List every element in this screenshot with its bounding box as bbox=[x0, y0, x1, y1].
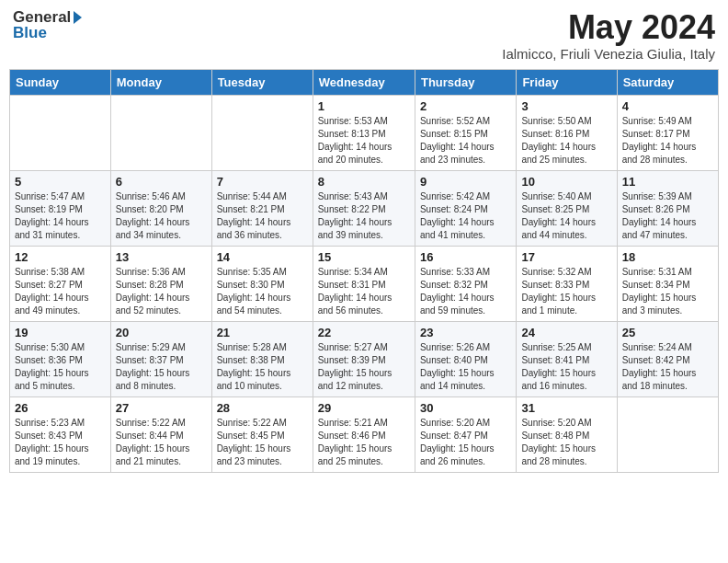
day-info: Sunrise: 5:49 AM Sunset: 8:17 PM Dayligh… bbox=[622, 115, 713, 167]
day-number: 26 bbox=[15, 401, 106, 415]
day-number: 19 bbox=[15, 326, 106, 339]
day-number: 6 bbox=[116, 175, 207, 189]
calendar-cell: 17Sunrise: 5:32 AM Sunset: 8:33 PM Dayli… bbox=[517, 246, 617, 321]
calendar-cell: 20Sunrise: 5:29 AM Sunset: 8:37 PM Dayli… bbox=[110, 321, 211, 396]
calendar-cell bbox=[110, 95, 211, 170]
day-number: 16 bbox=[420, 250, 511, 264]
calendar-cell: 5Sunrise: 5:47 AM Sunset: 8:19 PM Daylig… bbox=[10, 170, 111, 246]
day-info: Sunrise: 5:22 AM Sunset: 8:44 PM Dayligh… bbox=[116, 417, 207, 468]
day-info: Sunrise: 5:27 AM Sunset: 8:39 PM Dayligh… bbox=[318, 341, 410, 393]
day-number: 17 bbox=[521, 250, 611, 264]
calendar-cell: 28Sunrise: 5:22 AM Sunset: 8:45 PM Dayli… bbox=[211, 396, 313, 472]
day-number: 20 bbox=[116, 326, 207, 339]
day-info: Sunrise: 5:32 AM Sunset: 8:33 PM Dayligh… bbox=[521, 266, 611, 317]
calendar-week-1: 1Sunrise: 5:53 AM Sunset: 8:13 PM Daylig… bbox=[10, 95, 719, 170]
day-number: 31 bbox=[521, 401, 611, 415]
day-info: Sunrise: 5:46 AM Sunset: 8:20 PM Dayligh… bbox=[116, 190, 207, 242]
day-number: 4 bbox=[622, 99, 713, 113]
day-number: 9 bbox=[420, 175, 511, 189]
day-number: 15 bbox=[318, 250, 410, 264]
logo-general: General bbox=[13, 9, 71, 25]
calendar-cell: 11Sunrise: 5:39 AM Sunset: 8:26 PM Dayli… bbox=[617, 170, 718, 246]
calendar-cell: 25Sunrise: 5:24 AM Sunset: 8:42 PM Dayli… bbox=[617, 321, 718, 396]
day-info: Sunrise: 5:44 AM Sunset: 8:21 PM Dayligh… bbox=[217, 190, 308, 242]
day-number: 22 bbox=[318, 326, 410, 339]
calendar-cell: 22Sunrise: 5:27 AM Sunset: 8:39 PM Dayli… bbox=[313, 321, 415, 396]
calendar-cell: 3Sunrise: 5:50 AM Sunset: 8:16 PM Daylig… bbox=[517, 95, 617, 170]
day-info: Sunrise: 5:38 AM Sunset: 8:27 PM Dayligh… bbox=[15, 266, 106, 317]
day-number: 18 bbox=[622, 250, 713, 264]
day-info: Sunrise: 5:52 AM Sunset: 8:15 PM Dayligh… bbox=[420, 115, 511, 167]
day-number: 10 bbox=[521, 175, 611, 189]
col-header-wednesday: Wednesday bbox=[313, 69, 415, 95]
day-number: 28 bbox=[217, 401, 308, 415]
calendar-cell: 16Sunrise: 5:33 AM Sunset: 8:32 PM Dayli… bbox=[415, 246, 516, 321]
col-header-saturday: Saturday bbox=[617, 69, 718, 95]
day-info: Sunrise: 5:42 AM Sunset: 8:24 PM Dayligh… bbox=[420, 190, 511, 242]
calendar-cell: 7Sunrise: 5:44 AM Sunset: 8:21 PM Daylig… bbox=[211, 170, 313, 246]
day-number: 25 bbox=[622, 326, 713, 339]
logo-blue: Blue bbox=[13, 25, 82, 40]
logo-icon bbox=[74, 11, 82, 24]
calendar-cell: 6Sunrise: 5:46 AM Sunset: 8:20 PM Daylig… bbox=[110, 170, 211, 246]
calendar-cell: 14Sunrise: 5:35 AM Sunset: 8:30 PM Dayli… bbox=[211, 246, 313, 321]
day-info: Sunrise: 5:31 AM Sunset: 8:34 PM Dayligh… bbox=[622, 266, 713, 317]
calendar-week-2: 5Sunrise: 5:47 AM Sunset: 8:19 PM Daylig… bbox=[10, 170, 719, 246]
calendar-cell: 9Sunrise: 5:42 AM Sunset: 8:24 PM Daylig… bbox=[415, 170, 516, 246]
day-number: 3 bbox=[521, 99, 611, 113]
day-number: 14 bbox=[217, 250, 308, 264]
calendar-cell: 21Sunrise: 5:28 AM Sunset: 8:38 PM Dayli… bbox=[211, 321, 313, 396]
day-info: Sunrise: 5:26 AM Sunset: 8:40 PM Dayligh… bbox=[420, 341, 511, 393]
day-info: Sunrise: 5:53 AM Sunset: 8:13 PM Dayligh… bbox=[318, 115, 410, 167]
calendar-cell: 8Sunrise: 5:43 AM Sunset: 8:22 PM Daylig… bbox=[313, 170, 415, 246]
day-info: Sunrise: 5:35 AM Sunset: 8:30 PM Dayligh… bbox=[217, 266, 308, 317]
calendar-cell: 13Sunrise: 5:36 AM Sunset: 8:28 PM Dayli… bbox=[110, 246, 211, 321]
col-header-tuesday: Tuesday bbox=[211, 69, 313, 95]
day-info: Sunrise: 5:29 AM Sunset: 8:37 PM Dayligh… bbox=[116, 341, 207, 393]
calendar-cell: 10Sunrise: 5:40 AM Sunset: 8:25 PM Dayli… bbox=[517, 170, 617, 246]
calendar-cell: 12Sunrise: 5:38 AM Sunset: 8:27 PM Dayli… bbox=[10, 246, 111, 321]
day-info: Sunrise: 5:40 AM Sunset: 8:25 PM Dayligh… bbox=[521, 190, 611, 242]
calendar-cell: 23Sunrise: 5:26 AM Sunset: 8:40 PM Dayli… bbox=[415, 321, 516, 396]
day-number: 30 bbox=[420, 401, 511, 415]
day-info: Sunrise: 5:20 AM Sunset: 8:48 PM Dayligh… bbox=[521, 417, 611, 468]
calendar-cell: 31Sunrise: 5:20 AM Sunset: 8:48 PM Dayli… bbox=[517, 396, 617, 472]
day-info: Sunrise: 5:33 AM Sunset: 8:32 PM Dayligh… bbox=[420, 266, 511, 317]
location-subtitle: Ialmicco, Friuli Venezia Giulia, Italy bbox=[502, 46, 715, 62]
calendar-cell: 4Sunrise: 5:49 AM Sunset: 8:17 PM Daylig… bbox=[617, 95, 718, 170]
calendar-cell: 1Sunrise: 5:53 AM Sunset: 8:13 PM Daylig… bbox=[313, 95, 415, 170]
day-info: Sunrise: 5:20 AM Sunset: 8:47 PM Dayligh… bbox=[420, 417, 511, 468]
calendar-cell bbox=[617, 396, 718, 472]
calendar-cell bbox=[10, 95, 111, 170]
day-number: 29 bbox=[318, 401, 410, 415]
calendar-cell: 30Sunrise: 5:20 AM Sunset: 8:47 PM Dayli… bbox=[415, 396, 516, 472]
calendar-cell bbox=[211, 95, 313, 170]
calendar-cell: 18Sunrise: 5:31 AM Sunset: 8:34 PM Dayli… bbox=[617, 246, 718, 321]
calendar-table: SundayMondayTuesdayWednesdayThursdayFrid… bbox=[9, 69, 719, 473]
day-info: Sunrise: 5:43 AM Sunset: 8:22 PM Dayligh… bbox=[318, 190, 410, 242]
day-number: 8 bbox=[318, 175, 410, 189]
calendar-week-4: 19Sunrise: 5:30 AM Sunset: 8:36 PM Dayli… bbox=[10, 321, 719, 396]
page-header: General Blue May 2024 Ialmicco, Friuli V… bbox=[9, 9, 719, 62]
day-number: 11 bbox=[622, 175, 713, 189]
day-number: 24 bbox=[521, 326, 611, 339]
day-number: 1 bbox=[318, 99, 410, 113]
day-info: Sunrise: 5:23 AM Sunset: 8:43 PM Dayligh… bbox=[15, 417, 106, 468]
day-number: 23 bbox=[420, 326, 511, 339]
col-header-monday: Monday bbox=[110, 69, 211, 95]
day-info: Sunrise: 5:47 AM Sunset: 8:19 PM Dayligh… bbox=[15, 190, 106, 242]
day-number: 2 bbox=[420, 99, 511, 113]
day-number: 13 bbox=[116, 250, 207, 264]
calendar-cell: 24Sunrise: 5:25 AM Sunset: 8:41 PM Dayli… bbox=[517, 321, 617, 396]
day-number: 27 bbox=[116, 401, 207, 415]
day-number: 5 bbox=[15, 175, 106, 189]
day-info: Sunrise: 5:24 AM Sunset: 8:42 PM Dayligh… bbox=[622, 341, 713, 393]
logo: General Blue bbox=[13, 9, 82, 40]
calendar-week-5: 26Sunrise: 5:23 AM Sunset: 8:43 PM Dayli… bbox=[10, 396, 719, 472]
calendar-week-3: 12Sunrise: 5:38 AM Sunset: 8:27 PM Dayli… bbox=[10, 246, 719, 321]
day-number: 12 bbox=[15, 250, 106, 264]
calendar-cell: 26Sunrise: 5:23 AM Sunset: 8:43 PM Dayli… bbox=[10, 396, 111, 472]
day-info: Sunrise: 5:30 AM Sunset: 8:36 PM Dayligh… bbox=[15, 341, 106, 393]
day-info: Sunrise: 5:22 AM Sunset: 8:45 PM Dayligh… bbox=[217, 417, 308, 468]
col-header-friday: Friday bbox=[517, 69, 617, 95]
